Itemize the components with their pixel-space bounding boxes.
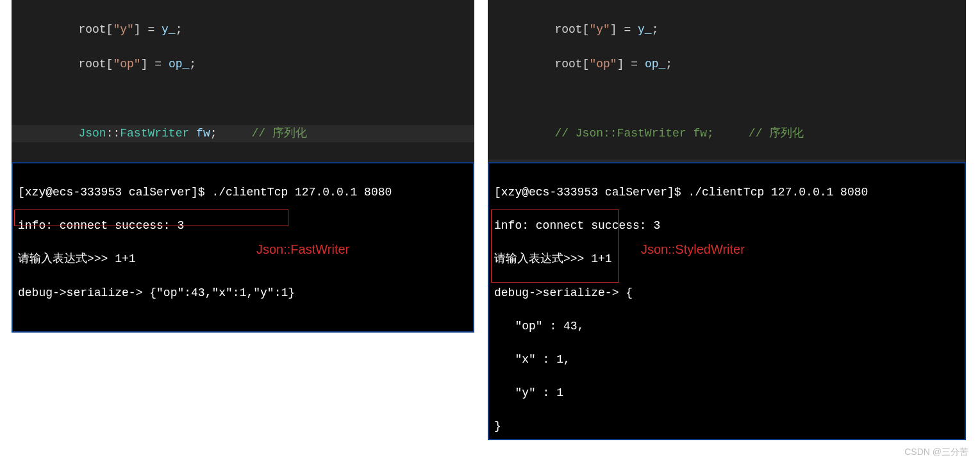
code-line: root["y"] = y_; [488, 21, 966, 38]
terminal-line: 22 [18, 368, 468, 384]
code-line [12, 90, 474, 108]
terminal-left[interactable]: [xzy@ecs-333953 calServer]$ ./clientTcp … [12, 162, 474, 333]
terminal-line: "op" : 43, [494, 318, 959, 334]
terminal-line: "y" : 1 [494, 384, 959, 401]
terminal-line: } [494, 418, 959, 434]
terminal-line: debug->encode-> [18, 334, 468, 351]
terminal-line: "x" : 1, [494, 351, 959, 368]
terminal-line: [xzy@ecs-333953 calServer]$ ./clientTcp … [18, 184, 468, 201]
terminal-line: info: connect success: 3 [18, 217, 468, 234]
code-line: root["op"] = op_; [488, 56, 966, 73]
terminal-line: [xzy@ecs-333953 calServer]$ ./clientTcp … [494, 184, 959, 201]
terminal-right[interactable]: [xzy@ecs-333953 calServer]$ ./clientTcp … [488, 162, 966, 440]
terminal-line: 请输入表达式>>> 1+1 [18, 251, 468, 267]
terminal-line: debug->serialize-> {"op":43,"x":1,"y":1} [18, 285, 468, 301]
terminal-line: debug->serialize-> { [494, 285, 959, 301]
code-line: // Json::FastWriter fw; // 序列化 [488, 125, 966, 142]
code-line [488, 90, 966, 108]
terminal-line: {"op":43,"x":1,"y":1} [18, 401, 468, 418]
code-line: root["op"] = op_; [12, 56, 474, 73]
code-line: Json::FastWriter fw; // 序列化 [12, 125, 474, 142]
code-line: root["y"] = y_; [12, 21, 474, 38]
terminal-line: info: connect success: 3 [494, 217, 959, 234]
terminal-line: 请输入表达式>>> 1+1 [494, 251, 959, 267]
